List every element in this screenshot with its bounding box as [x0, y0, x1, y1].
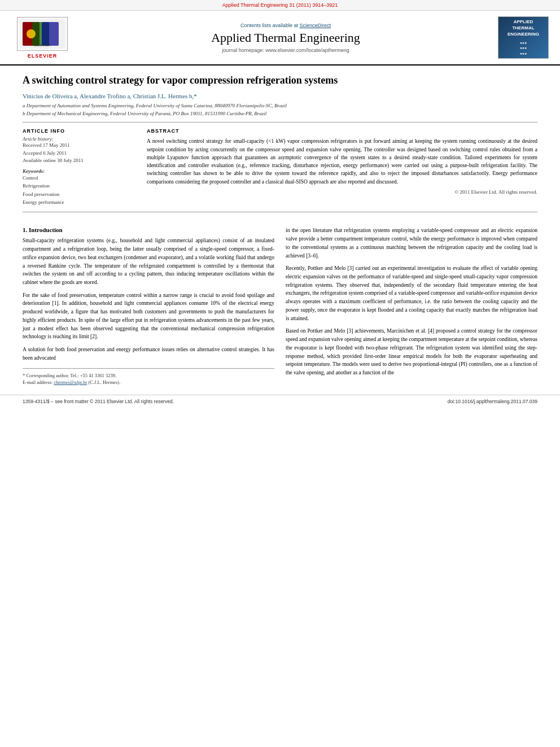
svg-rect-3: [42, 22, 59, 46]
footnote-email: E-mail address: chermes@ufpr.br (C.J.L. …: [23, 379, 274, 386]
divider: [23, 122, 537, 123]
keyword-4: Energy performance: [23, 198, 135, 206]
right-para1: in the open literature that refrigeratio…: [286, 226, 537, 260]
journal-header: ELSEVIER ELSEVIER Contents lists availab…: [0, 11, 560, 65]
svg-point-4: [27, 29, 36, 38]
article-info-label: ARTICLE INFO: [23, 128, 135, 134]
journal-right-logo: APPLIEDTHERMALENGINEERING ●●●●●●●●●: [498, 16, 549, 59]
elsevier-text: ELSEVIER: [28, 53, 58, 59]
keyword-1: Control: [23, 174, 135, 182]
copyright-line: © 2011 Elsevier Ltd. All rights reserved…: [147, 189, 537, 195]
body-para1: Small-capacity refrigeration systems (e.…: [23, 237, 274, 286]
elsevier-logo-image: ELSEVIER: [17, 17, 68, 51]
footnote-area: * Corresponding author. Tel.: +55 41 336…: [23, 368, 274, 387]
right-para3: Based on Pottker and Melo [3] achievemen…: [286, 327, 537, 377]
abstract-col: ABSTRACT A novel switching control strat…: [147, 128, 537, 206]
divider2: [23, 212, 537, 212]
journal-citation: Applied Thermal Engineering 31 (2011) 39…: [222, 2, 338, 8]
article-info-col: ARTICLE INFO Article history: Received 1…: [23, 128, 135, 206]
received-date: Received 17 May 2011: [23, 142, 135, 150]
body-right-col: in the open literature that refrigeratio…: [286, 226, 537, 386]
content-area: A switching control strategy for vapor c…: [0, 65, 560, 212]
abstract-label: ABSTRACT: [147, 128, 537, 134]
authors-text: Vinicius de Oliveira a, Alexandre Trofin…: [23, 93, 197, 99]
doi-text: doi:10.1016/j.applthermaleng.2011.07.039: [448, 399, 537, 404]
authors-line: Vinicius de Oliveira a, Alexandre Trofin…: [23, 93, 537, 99]
footnote-corresponding: * Corresponding author. Tel.: +55 41 336…: [23, 372, 274, 379]
section1-title: 1. Introduction: [23, 226, 274, 233]
article-title: A switching control strategy for vapor c…: [23, 74, 537, 87]
right-para2: Recently, Pottker and Melo [3] carried o…: [286, 264, 537, 322]
keyword-2: Refrigeration: [23, 182, 135, 190]
elsevier-logo: ELSEVIER ELSEVIER: [11, 17, 73, 59]
available-date: Available online 30 July 2011: [23, 157, 135, 165]
svg-text:ELSEVIER: ELSEVIER: [34, 43, 51, 47]
top-bar: Applied Thermal Engineering 31 (2011) 39…: [0, 0, 560, 11]
sciencedirect-link: Contents lists available at ScienceDirec…: [85, 23, 487, 28]
body-para2: For the sake of food preservation, tempe…: [23, 291, 274, 341]
email-link[interactable]: chermes@ufpr.br: [54, 379, 87, 385]
issn-text: 1359-4311/$ – see front matter © 2011 El…: [23, 399, 174, 404]
affiliation-a: a Department of Automation and Systems E…: [23, 103, 537, 108]
abstract-text: A novel switching control strategy for s…: [147, 137, 537, 186]
bottom-bar: 1359-4311/$ – see front matter © 2011 El…: [0, 395, 560, 408]
history-label: Article history:: [23, 136, 135, 142]
journal-center-info: Contents lists available at ScienceDirec…: [73, 23, 498, 53]
affiliation-b: b Department of Mechanical Engineering, …: [23, 111, 537, 116]
body-para3: A solution for both food preservation an…: [23, 346, 274, 362]
accepted-date: Accepted 6 July 2011: [23, 150, 135, 158]
main-body: 1. Introduction Small-capacity refrigera…: [0, 218, 560, 395]
article-info-abstract: ARTICLE INFO Article history: Received 1…: [23, 128, 537, 206]
journal-title: Applied Thermal Engineering: [85, 30, 487, 45]
body-left-col: 1. Introduction Small-capacity refrigera…: [23, 226, 274, 386]
keywords-label: Keywords:: [23, 168, 135, 174]
keyword-3: Food preservation: [23, 190, 135, 198]
journal-homepage: journal homepage: www.elsevier.com/locat…: [85, 47, 487, 53]
sciencedirect-text[interactable]: ScienceDirect: [300, 23, 331, 28]
